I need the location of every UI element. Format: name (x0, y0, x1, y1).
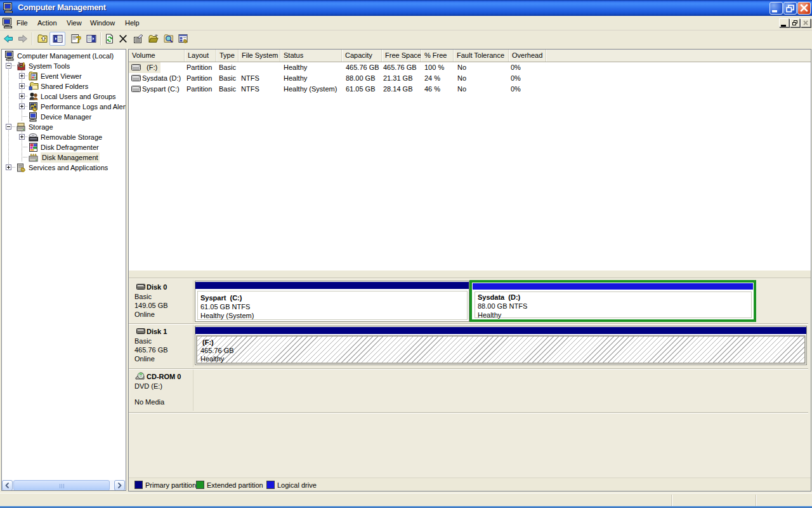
svg-text:?: ? (76, 34, 81, 44)
